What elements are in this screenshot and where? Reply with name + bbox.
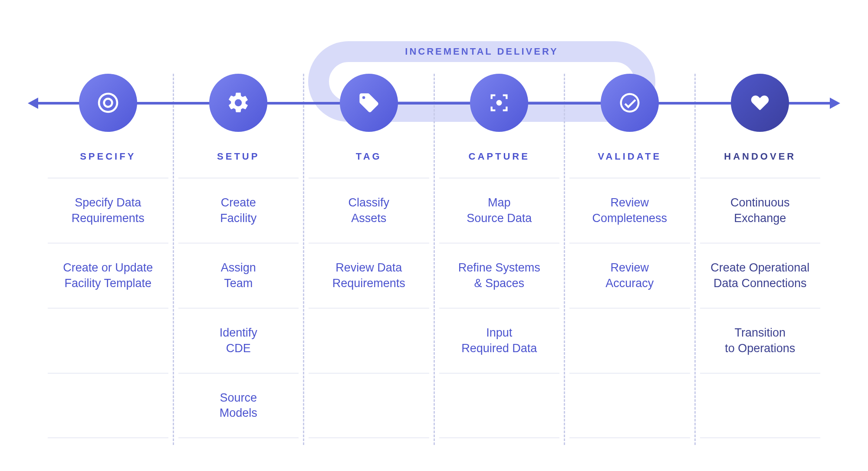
capture-row-4 <box>439 373 560 438</box>
stage-handover: HANDOVER Continuous Exchange Create Oper… <box>694 74 825 445</box>
timeline-axis <box>37 102 831 105</box>
stage-specify: SPECIFY Specify Data Requirements Create… <box>43 74 173 445</box>
incremental-delivery-label: INCREMENTAL DELIVERY <box>308 46 655 57</box>
specify-circle <box>79 74 137 132</box>
setup-title: SETUP <box>178 151 299 162</box>
capture-circle <box>470 74 528 132</box>
setup-row-1: Create Facility <box>178 178 299 243</box>
handshake-icon <box>748 91 772 114</box>
handover-row-1: Continuous Exchange <box>700 178 821 243</box>
validate-title: VALIDATE <box>569 151 690 162</box>
validate-circle <box>601 74 659 132</box>
specify-row-3 <box>48 308 168 373</box>
target-icon <box>96 91 120 115</box>
stage-capture: CAPTURE Map Source Data Refine Systems &… <box>434 74 564 445</box>
tag-row-2: Review Data Requirements <box>309 243 429 308</box>
tag-row-3 <box>309 308 429 373</box>
check-icon <box>618 91 641 114</box>
tag-title: TAG <box>309 151 429 162</box>
capture-row-2: Refine Systems & Spaces <box>439 243 560 308</box>
process-diagram: INCREMENTAL DELIVERY SPECIFY Specify Dat… <box>0 0 868 471</box>
tag-icon <box>358 92 380 114</box>
handover-row-2: Create Operational Data Connections <box>700 243 821 308</box>
specify-row-1: Specify Data Requirements <box>48 178 168 243</box>
handover-row-4 <box>700 373 821 438</box>
stage-validate: VALIDATE Review Completeness Review Accu… <box>564 74 694 445</box>
setup-row-4: Source Models <box>178 373 299 438</box>
setup-circle <box>209 74 267 132</box>
specify-row-4 <box>48 373 168 438</box>
capture-icon <box>488 92 510 114</box>
validate-row-3 <box>569 308 690 373</box>
handover-row-3: Transition to Operations <box>700 308 821 373</box>
validate-row-4 <box>569 373 690 438</box>
timeline-arrow-left-icon <box>28 98 38 109</box>
stage-setup: SETUP Create Facility Assign Team Identi… <box>173 74 303 445</box>
tag-row-1: Classify Assets <box>309 178 429 243</box>
tag-circle <box>340 74 398 132</box>
handover-title: HANDOVER <box>700 151 821 162</box>
capture-title: CAPTURE <box>439 151 560 162</box>
gear-icon <box>226 91 250 115</box>
stage-tag: TAG Classify Assets Review Data Requirem… <box>303 74 434 445</box>
validate-row-2: Review Accuracy <box>569 243 690 308</box>
specify-title: SPECIFY <box>48 151 168 162</box>
validate-row-1: Review Completeness <box>569 178 690 243</box>
handover-circle <box>731 74 789 132</box>
stage-columns: SPECIFY Specify Data Requirements Create… <box>43 74 825 445</box>
tag-row-4 <box>309 373 429 438</box>
capture-row-1: Map Source Data <box>439 178 560 243</box>
setup-row-2: Assign Team <box>178 243 299 308</box>
capture-row-3: Input Required Data <box>439 308 560 373</box>
setup-row-3: Identify CDE <box>178 308 299 373</box>
specify-row-2: Create or Update Facility Template <box>48 243 168 308</box>
timeline-arrow-right-icon <box>830 98 840 109</box>
